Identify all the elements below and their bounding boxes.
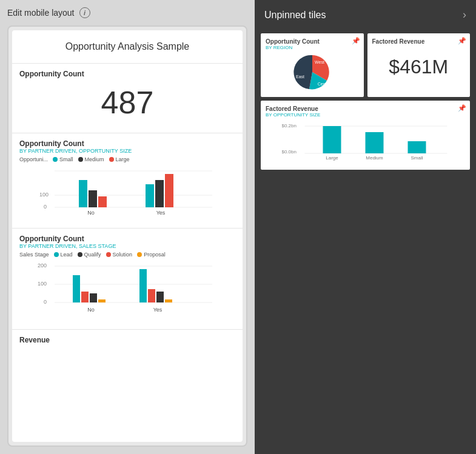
legend-dot-large bbox=[109, 157, 114, 162]
svg-rect-25 bbox=[156, 292, 164, 302]
legend-label-sales-stage: Sales Stage bbox=[19, 252, 49, 258]
svg-rect-8 bbox=[146, 184, 154, 207]
svg-rect-21 bbox=[90, 293, 97, 302]
tile3-title: Factored Revenue bbox=[266, 105, 465, 112]
phone-inner: Opportunity Analysis Sample Opportunity … bbox=[12, 30, 243, 442]
tile-opportunity-count[interactable]: 📌 Opportunity Count BY REGION West Centr… bbox=[261, 33, 364, 97]
legend-label-lead: Lead bbox=[61, 252, 73, 258]
svg-rect-24 bbox=[148, 289, 155, 302]
legend-item-lead: Lead bbox=[54, 252, 73, 258]
legend-item-qualify: Qualify bbox=[78, 252, 101, 258]
svg-text:No: No bbox=[87, 307, 95, 313]
opportunity-count-card: Opportunity Count 487 bbox=[12, 64, 243, 133]
svg-text:West: West bbox=[315, 60, 324, 64]
right-header: Unpinned tiles › bbox=[255, 0, 476, 30]
card2-bar-chart: 100 0 No Yes bbox=[19, 165, 235, 219]
legend-dot-lead bbox=[54, 252, 59, 257]
tile-factored-revenue-size[interactable]: 📌 Factored Revenue BY OPPORTUNITY SIZE $… bbox=[261, 101, 470, 170]
card3-bar-chart: 200 100 0 No Yes bbox=[19, 260, 235, 321]
svg-rect-23 bbox=[139, 269, 147, 302]
svg-text:Large: Large bbox=[326, 155, 338, 161]
svg-text:200: 200 bbox=[38, 262, 47, 269]
svg-text:Medium: Medium bbox=[366, 155, 383, 161]
phone-frame: Opportunity Analysis Sample Opportunity … bbox=[7, 25, 247, 447]
opportunity-count-number: 487 bbox=[19, 78, 235, 127]
pie-chart: West Central East bbox=[288, 53, 337, 92]
svg-rect-10 bbox=[165, 174, 173, 207]
svg-text:East: East bbox=[296, 75, 304, 79]
pin-icon-1[interactable]: 📌 bbox=[352, 37, 360, 45]
card2-title: Opportunity Count bbox=[19, 139, 235, 148]
legend-item-large: Large bbox=[109, 156, 130, 162]
title-card: Opportunity Analysis Sample bbox=[12, 30, 243, 64]
legend-item-sales-stage: Sales Stage bbox=[19, 252, 49, 258]
right-panel: Unpinned tiles › 📌 Opportunity Count BY … bbox=[255, 0, 476, 454]
legend-label-proposal: Proposal bbox=[144, 252, 166, 258]
svg-text:Yes: Yes bbox=[156, 210, 166, 216]
svg-rect-19 bbox=[73, 275, 80, 302]
legend-dot-small bbox=[53, 157, 58, 162]
svg-rect-20 bbox=[81, 292, 89, 302]
legend-label-solution: Solution bbox=[113, 252, 133, 258]
svg-rect-9 bbox=[155, 180, 164, 207]
left-header: Edit mobile layout i bbox=[7, 7, 247, 18]
edit-mobile-layout-label: Edit mobile layout bbox=[7, 8, 75, 18]
legend-item-medium: Medium bbox=[78, 156, 104, 162]
legend-item-proposal: Proposal bbox=[137, 252, 166, 258]
legend-dot-qualify bbox=[78, 252, 82, 257]
svg-text:100: 100 bbox=[39, 192, 49, 198]
svg-rect-36 bbox=[323, 126, 341, 153]
dashboard-title: Opportunity Analysis Sample bbox=[19, 41, 235, 52]
info-icon[interactable]: i bbox=[79, 7, 90, 18]
card2-legend: Opportuni... Small Medium Large bbox=[19, 156, 235, 162]
tile2-title: Factored Revenue bbox=[372, 38, 466, 45]
card3-title: Opportunity Count bbox=[19, 235, 235, 243]
legend-item-solution: Solution bbox=[106, 252, 133, 258]
opportunity-count-sales-card: Opportunity Count BY PARTNER DRIVEN, SAL… bbox=[12, 229, 243, 330]
svg-rect-5 bbox=[79, 180, 87, 207]
revenue-title: Revenue bbox=[19, 336, 235, 344]
card2-subtitle: BY PARTNER DRIVEN, OPPORTUNITY SIZE bbox=[19, 148, 235, 154]
pin-icon-2[interactable]: 📌 bbox=[458, 37, 466, 45]
tile-factored-revenue[interactable]: 📌 Factored Revenue $461M bbox=[367, 33, 471, 97]
tile1-title: Opportunity Count bbox=[266, 38, 359, 45]
card1-title: Opportunity Count bbox=[19, 70, 235, 78]
legend-dot-medium bbox=[78, 157, 83, 162]
legend-label-large: Large bbox=[116, 156, 130, 162]
legend-dot-proposal bbox=[137, 252, 142, 257]
legend-item-small: Small bbox=[53, 156, 73, 162]
svg-text:$0.2bn: $0.2bn bbox=[282, 123, 297, 129]
svg-text:Central: Central bbox=[317, 82, 331, 86]
legend-item-opportuni: Opportuni... bbox=[19, 156, 48, 162]
svg-rect-38 bbox=[408, 141, 426, 153]
legend-label-opportuni: Opportuni... bbox=[19, 156, 48, 162]
svg-text:Small: Small bbox=[411, 155, 423, 161]
legend-dot-solution bbox=[106, 252, 111, 257]
tile2-value: $461M bbox=[372, 45, 466, 89]
legend-label-medium: Medium bbox=[85, 156, 104, 162]
svg-rect-26 bbox=[165, 299, 172, 302]
svg-text:100: 100 bbox=[38, 281, 47, 287]
tile3-bar-chart: $0.2bn $0.0bn Large Medium Small bbox=[266, 120, 465, 162]
unpinned-tiles-label: Unpinned tiles bbox=[264, 10, 326, 21]
tiles-grid: 📌 Opportunity Count BY REGION West Centr… bbox=[255, 30, 476, 173]
opportunity-count-partner-card: Opportunity Count BY PARTNER DRIVEN, OPP… bbox=[12, 133, 243, 229]
svg-rect-7 bbox=[98, 196, 107, 207]
svg-rect-22 bbox=[98, 299, 106, 302]
pin-icon-3[interactable]: 📌 bbox=[458, 104, 466, 112]
legend-label-small: Small bbox=[59, 156, 73, 162]
tile1-subtitle: BY REGION bbox=[266, 45, 359, 50]
card3-subtitle: BY PARTNER DRIVEN, SALES STAGE bbox=[19, 243, 235, 249]
svg-rect-6 bbox=[89, 190, 97, 207]
left-panel: Edit mobile layout i Opportunity Analysi… bbox=[0, 0, 255, 454]
legend-label-qualify: Qualify bbox=[84, 252, 101, 258]
tile3-subtitle: BY OPPORTUNITY SIZE bbox=[266, 112, 465, 118]
svg-rect-37 bbox=[366, 132, 384, 153]
revenue-card: Revenue bbox=[12, 330, 243, 350]
svg-text:No: No bbox=[87, 210, 95, 216]
chevron-right-icon[interactable]: › bbox=[463, 8, 466, 21]
card3-legend: Sales Stage Lead Qualify Solution bbox=[19, 252, 235, 258]
svg-text:0: 0 bbox=[44, 299, 47, 305]
svg-text:$0.0bn: $0.0bn bbox=[282, 149, 297, 155]
svg-text:0: 0 bbox=[44, 204, 47, 210]
